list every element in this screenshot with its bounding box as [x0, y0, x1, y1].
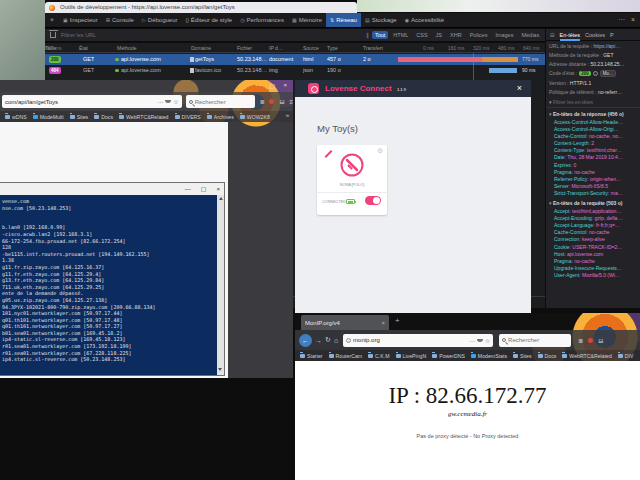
bookmark-folder[interactable]: ModeMulti — [33, 114, 64, 120]
bookmark-folder[interactable]: WOW2K8 — [240, 114, 270, 120]
header-row[interactable]: Cache-Control: no-cache, no… — [546, 133, 640, 140]
header-row[interactable]: Accept-Language: fr-fr,fr;q=… — [546, 222, 640, 229]
screenshot-icon[interactable] — [588, 338, 593, 343]
bookmark-folder[interactable]: LivePingN — [396, 353, 427, 359]
type-filter-pill[interactable]: CSS — [413, 31, 430, 39]
header-row[interactable]: Strict-Transport-Security: ma… — [546, 190, 640, 197]
network-request-row[interactable]: 200 GET api.lovense.com getToys 50.23.14… — [45, 54, 545, 65]
type-filter-pill[interactable]: Médias — [518, 31, 542, 39]
type-filter-pill[interactable]: Polices — [467, 31, 491, 39]
bookmark-star-icon[interactable]: ☆ — [485, 337, 490, 344]
pick-element-icon[interactable]: ⌖ — [45, 16, 59, 24]
minimize-icon[interactable]: — — [185, 183, 191, 195]
url-filter-input[interactable]: Filtrer les URL — [61, 32, 251, 38]
devtools-tab[interactable]: ▷ Débogueur — [138, 13, 182, 27]
bookmark-folder[interactable]: wDNS — [5, 114, 27, 120]
close-icon[interactable]: × — [216, 183, 220, 195]
header-row[interactable]: Host: api.lovense.com — [546, 251, 640, 258]
column-header[interactable]: Source — [303, 45, 319, 51]
bookmark-folder[interactable]: C.K.M — [368, 353, 389, 359]
devtools-tab[interactable]: ◉ Accessibilité — [401, 13, 448, 27]
header-row[interactable]: Access-Control-Allow-Origi… — [546, 126, 640, 133]
library-icon[interactable]: ≣ — [259, 98, 264, 105]
bookmark-folder[interactable]: WebRTC&Related — [562, 353, 611, 359]
sidebar-icon[interactable]: ⊟ — [279, 98, 284, 105]
headers-filter-input[interactable]: ▾ Filtrer les en-têtes — [546, 96, 640, 108]
bookmark-folder[interactable]: Sites — [70, 114, 89, 120]
column-header[interactable]: Méthode — [117, 45, 136, 51]
panel-dock-icon[interactable]: ⊟ — [550, 32, 555, 38]
column-header[interactable]: État — [79, 45, 88, 51]
type-filter-pill[interactable]: HTML — [390, 31, 411, 39]
header-row[interactable]: Pragma: no-cache — [546, 169, 640, 176]
toy-card[interactable]: ⚙ NORA [POLO] CONNECTED — [317, 145, 387, 215]
minimize-icon[interactable]: — — [256, 82, 262, 89]
page-actions-icon[interactable]: ⋯ — [157, 98, 163, 105]
bookmark-folder[interactable]: Docs — [94, 114, 113, 120]
bookmark-folder[interactable]: Sites — [513, 353, 532, 359]
library-icon[interactable]: ≣ — [578, 337, 583, 344]
devtools-titlebar[interactable]: Outils de développement - https://api.lo… — [45, 2, 357, 13]
browser-titlebar[interactable]: — ▢ × — [0, 80, 293, 92]
column-header[interactable]: Fichier — [237, 45, 252, 51]
close-icon[interactable]: × — [283, 82, 287, 89]
tab-monip[interactable]: MonIP.org/v4 × — [301, 315, 389, 330]
url-bar[interactable]: com/api/lan/getToys ⋯ ☆ — [2, 95, 182, 108]
header-row[interactable]: Date: Thu, 28 Mar 2019 10:4… — [546, 154, 640, 161]
bookmark-folder[interactable]: Archives — [207, 114, 234, 120]
maximize-icon[interactable]: ▢ — [270, 82, 276, 89]
request-headers-section[interactable]: ▾ En-têtes de la requête (503 o) — [546, 197, 640, 208]
response-headers-section[interactable]: ▾ En-têtes de la réponse (456 o) — [546, 108, 640, 119]
search-bar[interactable]: Rechercher — [499, 334, 571, 347]
panel-tab[interactable]: P — [610, 29, 614, 41]
header-row[interactable]: Upgrade-Insecure-Requests… — [546, 265, 640, 272]
reload-icon[interactable]: ↻ — [325, 336, 331, 344]
edit-pencil-icon[interactable] — [325, 150, 333, 158]
header-row[interactable]: Accept: text/html,application… — [546, 208, 640, 215]
type-filter-pill[interactable]: XHR — [447, 31, 465, 39]
clear-requests-icon[interactable] — [50, 32, 56, 38]
bookmark-folder[interactable]: ModemStats — [471, 353, 507, 359]
devtools-tab[interactable]: ▣ Inspecteur — [59, 13, 102, 27]
bookmark-folder[interactable]: RouterCam — [329, 353, 363, 359]
page-actions-icon[interactable]: ⋯ — [469, 337, 475, 344]
forward-icon[interactable]: → — [315, 337, 322, 344]
devtools-tab[interactable]: ◷ Performances — [236, 13, 288, 27]
bookmark-folder[interactable]: PowerDNS — [432, 353, 465, 359]
edit-resend-button[interactable]: Mo… — [600, 70, 617, 77]
header-row[interactable]: Pragma: no-cache — [546, 258, 640, 265]
bookmark-folder[interactable]: DIV — [618, 353, 634, 359]
devtools-close-icon[interactable]: × — [631, 16, 635, 24]
column-header[interactable]: Transfert — [363, 45, 383, 51]
type-filter-pill[interactable]: Tout — [372, 31, 388, 39]
pocket-icon[interactable] — [477, 339, 483, 342]
bookmark-folder[interactable]: DIVERS — [175, 114, 201, 120]
site-info-icon[interactable]: i — [346, 338, 351, 343]
header-row[interactable]: Server: Microsoft-IIS/8.5 — [546, 183, 640, 190]
sidebar-icon[interactable]: ⊟ — [598, 337, 603, 344]
terminal-titlebar[interactable]: — ▢ × — [0, 183, 224, 195]
devtools-tab[interactable]: ⊞ Console — [102, 13, 138, 27]
search-bar[interactable]: Rechercher — [186, 95, 256, 108]
devtools-tab[interactable]: ▦ Mémoire — [288, 13, 326, 27]
home-icon[interactable]: ⌂ — [334, 337, 338, 344]
column-header[interactable]: Type — [327, 45, 338, 51]
url-bar[interactable]: i monip.org ⋯ ☆ — [343, 334, 493, 347]
screenshot-icon[interactable] — [269, 99, 274, 104]
terminal-scrollbar[interactable] — [217, 195, 224, 375]
scroll-up-icon[interactable] — [219, 197, 223, 200]
pocket-icon[interactable] — [165, 100, 171, 103]
bookmarks-overflow-icon[interactable]: » — [286, 112, 289, 118]
header-row[interactable]: User-Agent: Mozilla/5.0 (Wi… — [546, 272, 640, 279]
devtools-tab[interactable]: {} Éditeur de style — [182, 13, 237, 27]
bookmark-star-icon[interactable]: ☆ — [173, 98, 178, 105]
toy-toggle[interactable] — [365, 196, 381, 205]
type-filter-pill[interactable]: JS — [433, 31, 445, 39]
type-filter-pill[interactable]: Images — [492, 31, 516, 39]
tab-close-icon[interactable]: × — [381, 320, 385, 326]
new-tab-icon[interactable]: + — [395, 316, 400, 325]
column-header[interactable]: IP d… — [269, 45, 283, 51]
bookmark-folder[interactable]: WebRTC&Related — [119, 114, 168, 120]
header-row[interactable]: Cache-Control: no-cache — [546, 229, 640, 236]
header-row[interactable]: Referrer-Policy: origin-when… — [546, 176, 640, 183]
